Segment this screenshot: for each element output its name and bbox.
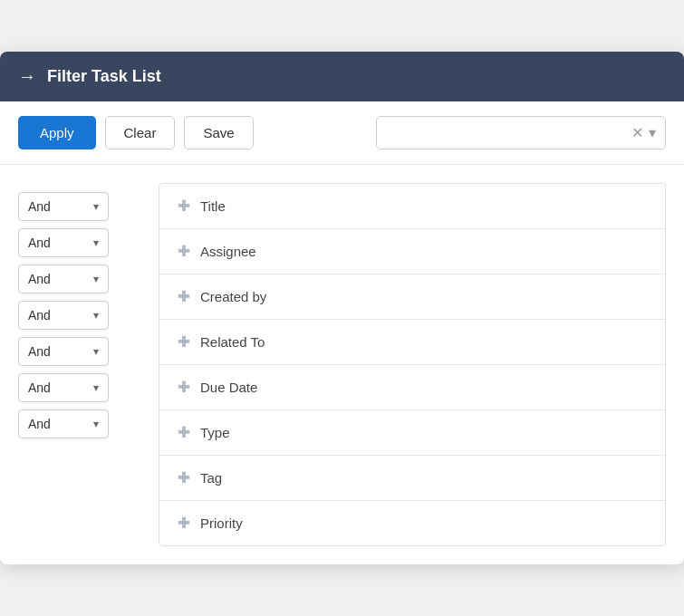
chevron-down-icon: ▾ xyxy=(93,345,99,358)
filter-item[interactable]: ✚Priority xyxy=(159,501,665,545)
add-filter-icon: ✚ xyxy=(178,245,189,259)
filter-item-label: Assignee xyxy=(200,244,256,259)
and-label: And xyxy=(28,344,93,359)
page-title: Filter Task List xyxy=(47,67,161,86)
add-filter-icon: ✚ xyxy=(178,290,189,304)
chevron-down-icon: ▾ xyxy=(93,381,99,394)
and-select[interactable]: And▾ xyxy=(18,192,109,221)
filter-item-label: Tag xyxy=(200,470,222,486)
chevron-down-icon: ▾ xyxy=(93,418,99,430)
and-row: And▾ xyxy=(18,301,149,330)
and-select[interactable]: And▾ xyxy=(18,301,109,330)
and-label: And xyxy=(28,380,93,395)
filter-item[interactable]: ✚Assignee xyxy=(159,229,665,274)
and-select[interactable]: And▾ xyxy=(18,228,109,257)
header: → Filter Task List xyxy=(0,52,684,101)
add-filter-icon: ✚ xyxy=(178,199,189,214)
search-box-controls: ✕ ▾ xyxy=(631,124,656,141)
add-filter-icon: ✚ xyxy=(178,426,189,440)
and-label: And xyxy=(28,236,93,250)
and-row: And▾ xyxy=(18,409,149,438)
filter-item-label: Priority xyxy=(200,515,243,531)
save-button[interactable]: Save xyxy=(184,116,253,149)
and-label: And xyxy=(28,272,93,286)
filter-item-label: Due Date xyxy=(200,380,257,395)
and-select[interactable]: And▾ xyxy=(18,409,109,438)
and-label: And xyxy=(28,308,93,322)
filter-item-label: Created by xyxy=(200,289,266,304)
and-select[interactable]: And▾ xyxy=(18,337,109,366)
chevron-down-icon: ▾ xyxy=(93,236,99,249)
chevron-down-icon: ▾ xyxy=(93,309,99,322)
add-filter-icon: ✚ xyxy=(178,516,189,531)
arrow-icon: → xyxy=(18,66,36,87)
and-row: And▾ xyxy=(18,228,149,257)
search-box[interactable]: ✕ ▾ xyxy=(376,116,666,149)
filter-item[interactable]: ✚Created by xyxy=(159,274,665,320)
add-filter-icon: ✚ xyxy=(178,471,189,486)
left-panel: And▾And▾And▾And▾And▾And▾And▾ xyxy=(18,183,159,546)
filter-list: ✚Title✚Assignee✚Created by✚Related To✚Du… xyxy=(159,183,666,546)
filter-item[interactable]: ✚Tag xyxy=(159,456,665,501)
filter-item[interactable]: ✚Related To xyxy=(159,320,665,365)
and-select[interactable]: And▾ xyxy=(18,373,109,402)
search-input[interactable] xyxy=(386,126,631,140)
add-filter-icon: ✚ xyxy=(178,335,189,350)
filter-item-label: Related To xyxy=(200,334,265,350)
and-row: And▾ xyxy=(18,192,149,221)
chevron-down-icon: ▾ xyxy=(93,273,99,285)
chevron-down-icon[interactable]: ▾ xyxy=(649,124,656,141)
and-row: And▾ xyxy=(18,265,149,294)
clear-button[interactable]: Clear xyxy=(105,116,176,149)
main-content: And▾And▾And▾And▾And▾And▾And▾ ✚Title✚Assi… xyxy=(0,165,684,564)
close-icon[interactable]: ✕ xyxy=(631,124,643,141)
filter-item-label: Type xyxy=(200,425,230,440)
filter-item[interactable]: ✚Due Date xyxy=(159,365,665,410)
add-filter-icon: ✚ xyxy=(178,380,189,395)
and-row: And▾ xyxy=(18,373,149,402)
and-label: And xyxy=(28,417,93,431)
apply-button[interactable]: Apply xyxy=(18,116,96,149)
filter-item[interactable]: ✚Title xyxy=(159,184,665,229)
filter-item[interactable]: ✚Type xyxy=(159,410,665,456)
and-row: And▾ xyxy=(18,337,149,366)
chevron-down-icon: ▾ xyxy=(93,200,99,213)
toolbar: Apply Clear Save ✕ ▾ xyxy=(0,101,684,165)
and-label: And xyxy=(28,199,93,214)
filter-item-label: Title xyxy=(200,198,226,214)
and-select[interactable]: And▾ xyxy=(18,265,109,294)
